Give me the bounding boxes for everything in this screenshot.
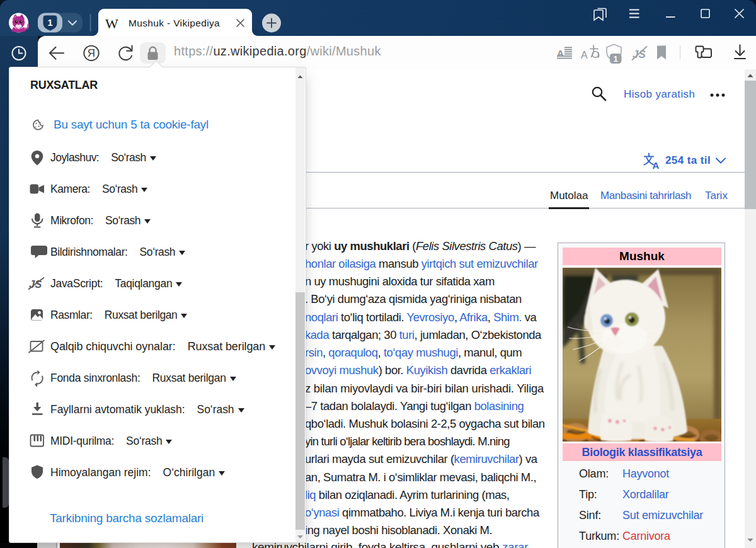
svg-text:A: A [653, 160, 660, 170]
svg-text:Я: Я [88, 47, 95, 59]
svg-text:A: A [557, 48, 564, 59]
svg-text:A: A [581, 50, 588, 60]
svg-text:JS: JS [633, 49, 646, 60]
svg-text:1: 1 [614, 55, 618, 64]
